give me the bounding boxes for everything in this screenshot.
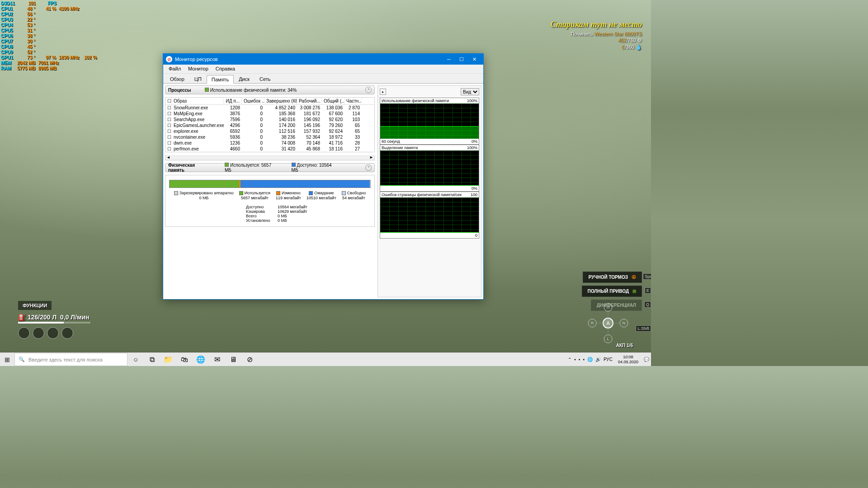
- search-icon: 🔍: [19, 357, 25, 362]
- table-row[interactable]: ☐EpicGamesLauncher.exe42960174 200145 19…: [165, 122, 374, 128]
- table-row[interactable]: ☐dwm.exe1236074 00870 14841 71628: [165, 140, 374, 146]
- tray-icon[interactable]: ▪: [579, 357, 580, 362]
- menu-monitor[interactable]: Монитор: [184, 65, 212, 73]
- tab-disk[interactable]: Диск: [234, 75, 255, 83]
- chart: Использование физической памяти100%60 се…: [380, 98, 479, 145]
- physmem-header[interactable]: Физическая память Используется: 5657 МБ …: [165, 163, 375, 172]
- resource-monitor-window: ⊘ Монитор ресурсов ─ ☐ ✕ Файл Монитор Сп…: [163, 53, 484, 300]
- handbrake-button[interactable]: РУЧНОЙ ТОРМОЗ⦿: [583, 272, 642, 283]
- svg-text:N: N: [623, 321, 626, 325]
- cortana-icon[interactable]: ○: [127, 353, 144, 366]
- collapse-button[interactable]: ▸: [380, 89, 386, 95]
- mail-icon[interactable]: ✉: [209, 353, 225, 366]
- menubar: Файл Монитор Справка: [163, 65, 483, 74]
- start-button[interactable]: ⊞: [0, 353, 14, 366]
- app-icon: ⊘: [166, 56, 172, 62]
- process-table: ☐ Образ ИД п... Ошибок ... Завершено (КБ…: [165, 97, 375, 152]
- minimize-button[interactable]: ─: [443, 54, 455, 65]
- gearbox-icon: [47, 327, 59, 339]
- store-icon[interactable]: 🛍: [176, 353, 193, 366]
- window-titlebar[interactable]: ⊘ Монитор ресурсов ─ ☐ ✕: [163, 54, 483, 65]
- hwinfo-overlay: D3D11101FPS CPU148 °41 %4100 MHzCPU256 °…: [1, 1, 105, 71]
- menu-file[interactable]: Файл: [165, 65, 184, 73]
- table-row[interactable]: ☐perfmon.exe4660031 42045 86818 11627: [165, 146, 374, 152]
- network-icon[interactable]: 🌐: [587, 357, 593, 362]
- tab-memory[interactable]: Память: [207, 75, 234, 84]
- chevron-up-icon[interactable]: ⌃: [365, 87, 372, 93]
- table-row[interactable]: ☐nvcontainer.exe5936038 23652 36418 9723…: [165, 134, 374, 140]
- mission-title: Старикам тут не место: [551, 20, 642, 29]
- system-tray[interactable]: ⌃ ▪ ▪ ▪ 🌐 🔊 РУС 10:0804.09.2020 💬: [566, 355, 651, 365]
- svg-text:L: L: [607, 337, 609, 341]
- chrome-icon[interactable]: 🌐: [193, 353, 209, 366]
- svg-text:R: R: [591, 321, 594, 325]
- charts-pane: ▸ Вид Использование физической памяти100…: [377, 85, 481, 297]
- memory-breakdown: Зарезервировано аппаратно0 МБИспользуетс…: [165, 175, 375, 227]
- h-scrollbar[interactable]: [165, 155, 375, 160]
- tab-cpu[interactable]: ЦП: [189, 75, 207, 83]
- taskbar: ⊞ 🔍 Введите здесь текст для поиска ○ ⧉ 📁…: [0, 352, 651, 366]
- table-row[interactable]: ☐explorer.exe65920112 516157 93292 62465: [165, 128, 374, 134]
- tabbar: Обзор ЦП Память Диск Сеть: [163, 74, 483, 84]
- svg-text:H: H: [607, 305, 610, 310]
- functions-button[interactable]: ФУНКЦИИ: [18, 301, 52, 310]
- explorer-icon[interactable]: 📁: [160, 353, 176, 366]
- awd-button[interactable]: ПОЛНЫЙ ПРИВОД⊞: [582, 286, 642, 297]
- processes-header[interactable]: Процессы Использование физической памяти…: [165, 85, 375, 94]
- table-row[interactable]: ☐MsMpEng.exe38760185 368181 67267 600114: [165, 111, 374, 117]
- menu-help[interactable]: Справка: [212, 65, 239, 73]
- memory-bar: [169, 180, 371, 188]
- gear-selector[interactable]: H R N L A АКП 1/6: [583, 298, 633, 348]
- window-title: Монитор ресурсов: [175, 56, 218, 62]
- tray-up-icon[interactable]: ⌃: [568, 357, 571, 362]
- gear-label: АКП 1/6: [616, 343, 633, 348]
- chevron-up-icon[interactable]: ⌃: [365, 164, 372, 171]
- camera-icon: [33, 327, 44, 339]
- fuel-display: ⛽ 126/200 Л 0,0 Л/мин: [18, 314, 90, 321]
- damage-icon: [18, 327, 30, 339]
- view-select[interactable]: Вид: [461, 88, 479, 95]
- taskview-icon[interactable]: ⧉: [144, 353, 160, 366]
- clock[interactable]: 10:0804.09.2020: [615, 355, 641, 365]
- maximize-button[interactable]: ☐: [455, 54, 468, 65]
- volume-icon[interactable]: 🔊: [595, 357, 601, 362]
- table-row[interactable]: ☐SearchApp.exe75960140 016196 09292 6201…: [165, 117, 374, 122]
- svg-text:A: A: [607, 321, 610, 326]
- tab-overview[interactable]: Обзор: [165, 75, 189, 83]
- app-icon[interactable]: 🖥: [225, 353, 241, 366]
- table-row[interactable]: ☐SnowRunner.exe120804 852 2403 008 27613…: [165, 105, 374, 111]
- hud-status-panel: ФУНКЦИИ ⛽ 126/200 Л 0,0 Л/мин: [18, 301, 90, 339]
- notifications-icon[interactable]: 💬: [644, 357, 649, 362]
- tab-network[interactable]: Сеть: [255, 75, 275, 83]
- compass-icon: [61, 327, 73, 339]
- lang-indicator[interactable]: РУС: [604, 357, 613, 362]
- nvidia-icon[interactable]: ▪: [583, 357, 585, 362]
- hud-mission-panel: Старикам тут не место Починить Western S…: [551, 20, 642, 50]
- chart: Ошибок страницы физической памяти/сек100…: [380, 192, 479, 239]
- tray-icon[interactable]: ▪: [574, 357, 576, 362]
- search-input[interactable]: 🔍 Введите здесь текст для поиска: [14, 353, 127, 366]
- chart: Выделение памяти100%0%: [380, 145, 479, 192]
- close-button[interactable]: ✕: [468, 54, 481, 65]
- table-header[interactable]: ☐ Образ ИД п... Ошибок ... Завершено (КБ…: [165, 98, 374, 105]
- perfmon-icon[interactable]: ⊘: [241, 353, 258, 366]
